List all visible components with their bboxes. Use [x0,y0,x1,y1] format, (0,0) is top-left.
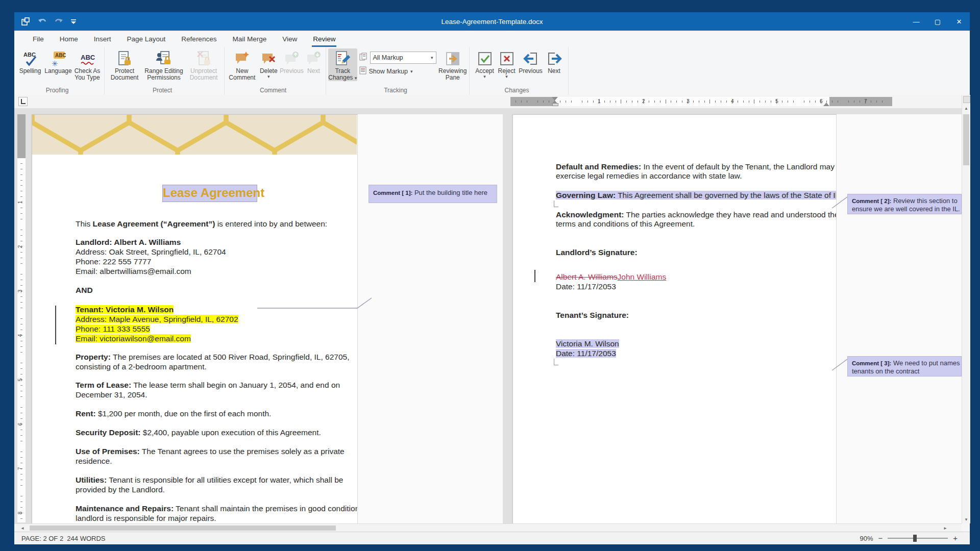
paragraph[interactable]: Address: Oak Street, Springfield, IL, 62… [76,247,226,257]
paragraph[interactable]: Landlord: Albert A. Williams [76,237,181,247]
horizontal-ruler[interactable]: 1 2 3 4 5 6 7 [510,97,892,106]
paragraph[interactable]: Email: albertwilliams@email.com [76,266,191,276]
undo-button[interactable] [38,18,47,25]
right-indent-marker[interactable] [823,103,829,106]
left-indent-marker[interactable] [552,103,558,106]
ruler-toggle-button[interactable] [963,96,970,103]
next-comment-button[interactable]: Next [304,48,324,74]
group-label-comment: Comment [225,87,322,94]
spelling-button[interactable]: ABC Spelling [16,48,44,74]
maximize-button[interactable]: ▢ [927,12,948,31]
delete-comment-button[interactable]: Delete ▾ [258,48,280,79]
reject-button[interactable]: Reject ▾ [496,48,518,79]
scroll-right-icon[interactable]: ► [941,524,949,532]
minimize-button[interactable]: — [905,12,927,31]
paragraph[interactable]: terms and conditions of this Agreement. [556,219,695,229]
zoom-slider[interactable] [888,538,948,539]
accept-button[interactable]: Accept ▾ [474,48,496,79]
paragraph[interactable]: Date: 11/17/2053 [556,282,616,291]
tab-home[interactable]: Home [59,35,79,47]
first-line-indent-marker[interactable] [552,97,558,101]
check-as-you-type-button[interactable]: ABC Check As You Type [72,48,102,81]
tab-stop-selector[interactable] [18,97,28,106]
zoom-in-button[interactable]: + [953,535,958,541]
vertical-scrollbar[interactable]: ▲ ▼ [962,95,970,523]
comment-balloon-2[interactable]: Comment [ 2]: Review this section to ens… [847,194,962,214]
window-title: Lease-Agreement-Template.docx [14,18,970,26]
qat-customize-caret[interactable] [70,19,77,24]
tab-mail-merge[interactable]: Mail Merge [231,35,267,47]
ruler-number: 1 [17,201,23,204]
paragraph[interactable]: Term of Lease: The lease term shall begi… [76,380,340,390]
language-button[interactable]: ABC✳ Language [44,48,72,74]
paragraph[interactable]: Security Deposit: $2,400, payable upon e… [76,428,321,437]
paragraph[interactable]: Date: 11/17/2053 [556,348,616,358]
close-button[interactable]: ✕ [948,12,970,31]
paragraph[interactable]: Tenant’s Signature: [556,310,629,320]
redo-button[interactable] [54,18,63,25]
next-change-button[interactable]: Next [544,48,565,74]
paragraph[interactable]: Phone: 222 555 7777 [76,257,151,266]
paragraph[interactable]: Email: victoriawilson@email.com [76,334,191,343]
scroll-up-icon[interactable]: ▲ [962,104,970,112]
tab-view[interactable]: View [281,35,298,47]
accept-dropdown-caret-icon[interactable]: ▾ [483,74,486,79]
comment-balloon-1[interactable]: Comment [ 1]: Put the building title her… [369,185,497,203]
scroll-left-icon[interactable]: ◄ [18,524,27,532]
reviewing-pane-button[interactable]: Reviewing Pane [438,48,468,81]
tab-insert[interactable]: Insert [93,35,112,47]
paragraph[interactable]: Landlord’s Signature: [556,247,638,257]
document-title[interactable]: Lease Agreement [162,185,257,202]
paragraph[interactable]: Address: Maple Avenue, Springfield, IL, … [76,314,238,324]
page-word-count: PAGE: 2 OF 2 244 WORDS [14,535,105,542]
track-changes-button[interactable]: Track Changes ▾ [328,48,357,81]
scroll-down-icon[interactable]: ▼ [962,515,970,523]
ruler-number: 7 [17,467,23,470]
show-markup-button[interactable]: Show Markup ▾ [359,66,436,77]
paragraph[interactable]: Utilities: Tenant is responsible for all… [76,475,343,485]
paragraph[interactable]: December 31, 2054. [76,390,147,399]
paragraph[interactable]: Governing Law: This Agreement shall be g… [556,190,857,200]
paragraph[interactable]: Use of Premises: The Tenant agrees to us… [76,446,345,456]
paragraph[interactable]: AND [76,285,93,295]
paragraph[interactable]: Rent: $1,200 per month, due on the first… [76,409,271,418]
new-comment-button[interactable]: New Comment [227,48,258,81]
protect-document-button[interactable]: Protect Document [108,48,141,81]
paragraph[interactable]: Acknowledgment: The parties acknowledge … [556,210,839,219]
paragraph[interactable]: provided by the Landlord. [76,485,165,494]
tab-references[interactable]: References [180,35,217,47]
paragraph[interactable]: Default and Remedies: In the event of de… [556,162,835,171]
zoom-slider-thumb[interactable] [913,535,917,542]
document-page-2[interactable]: Default and Remedies: In the event of de… [512,114,837,523]
vertical-scroll-thumb[interactable] [963,114,969,165]
tab-page-layout[interactable]: Page Layout [126,35,167,47]
unprotect-document-button[interactable]: Unprotect Document [186,48,221,81]
document-page-1[interactable]: Lease Agreement This Lease Agreement (“A… [32,114,358,523]
all-markup-select[interactable]: All Markup ▾ [370,52,436,64]
tab-file[interactable]: File [32,35,45,47]
reviewing-pane-icon [445,49,460,68]
previous-comment-button[interactable]: Previous [280,48,304,74]
paragraph[interactable]: Victoria M. Wilson [556,339,619,348]
delete-dropdown-caret-icon[interactable]: ▾ [267,74,270,79]
previous-change-button[interactable]: Previous [518,48,544,74]
paragraph[interactable]: consisting of a 2-bedroom apartment. [76,362,207,371]
horizontal-scrollbar[interactable]: ◄ ► [14,523,962,532]
reject-dropdown-caret-icon[interactable]: ▾ [505,74,508,79]
paragraph[interactable]: landlord is responsible for major repair… [76,513,216,523]
paragraph[interactable]: exercise legal remedies in accordance wi… [556,171,742,181]
spelling-icon: ABC [22,49,38,68]
paragraph[interactable]: Phone: 111 333 5555 [76,324,150,334]
horizontal-scroll-thumb[interactable] [30,525,336,531]
tab-review[interactable]: Review [312,35,336,47]
range-editing-permissions-button[interactable]: Range Editing Permissions [141,48,186,81]
comment-balloon-3[interactable]: Comment [ 3]: We need to put names o ten… [847,356,962,377]
paragraph[interactable]: Tenant: Victoria M. Wilson [76,305,174,314]
paragraph[interactable]: This Lease Agreement (“Agreement”) is en… [76,219,327,229]
vertical-ruler[interactable]: 1 2 3 4 5 6 7 8 [17,114,26,522]
paragraph[interactable]: Maintenance and Repairs: Tenant shall ma… [76,504,377,513]
zoom-out-button[interactable]: − [878,535,883,541]
tracked-change-line[interactable]: Albert A. WilliamsJohn Williams [556,272,666,282]
paragraph[interactable]: residence. [76,456,112,466]
paragraph[interactable]: Property: The premises are located at 50… [76,352,349,362]
